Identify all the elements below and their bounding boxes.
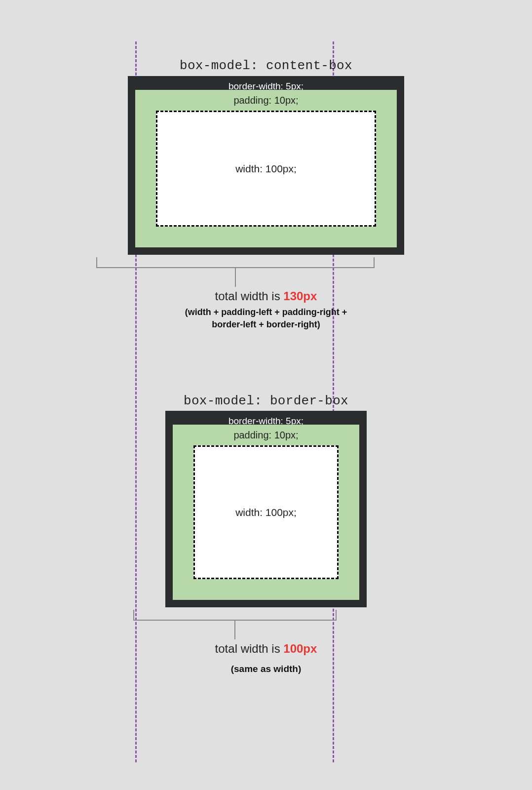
border-box-heading: box-model: border-box: [0, 394, 532, 408]
border-box-diagram: border-width: 5px; padding: 10px; width:…: [165, 411, 367, 607]
width-label: width: 100px;: [235, 163, 297, 175]
border-box-total-line: total width is 100px: [0, 642, 532, 656]
border-box-bracket: [133, 610, 337, 621]
content-box-total-line: total width is 130px: [0, 289, 532, 303]
padding-layer: padding: 10px; width: 100px;: [173, 425, 359, 600]
content-box-formula: (width + padding-left + padding-right + …: [0, 306, 532, 331]
padding-layer: padding: 10px; width: 100px;: [135, 90, 397, 247]
total-value: 100px: [283, 642, 317, 655]
border-box-caption: total width is 100px (same as width): [0, 642, 532, 676]
formula-line-2: border-left + border-right): [212, 319, 320, 329]
border-width-label: border-width: 5px;: [173, 417, 359, 425]
total-value: 130px: [283, 289, 317, 303]
total-prefix: total width is: [215, 642, 284, 655]
border-layer: border-width: 5px; padding: 10px; width:…: [128, 76, 404, 255]
content-layer: width: 100px;: [193, 445, 339, 579]
border-width-label: border-width: 5px;: [135, 82, 397, 90]
content-box-caption: total width is 130px (width + padding-le…: [0, 289, 532, 331]
content-box-heading: box-model: content-box: [0, 58, 532, 73]
content-box-bracket: [96, 257, 375, 268]
padding-label: padding: 10px;: [135, 95, 397, 106]
total-prefix: total width is: [215, 289, 284, 303]
formula-line-1: (width + padding-left + padding-right +: [185, 307, 347, 317]
border-layer: border-width: 5px; padding: 10px; width:…: [165, 411, 367, 607]
content-box-diagram: border-width: 5px; padding: 10px; width:…: [128, 76, 404, 255]
content-layer: width: 100px;: [156, 111, 376, 227]
padding-label: padding: 10px;: [173, 430, 359, 441]
width-label: width: 100px;: [235, 507, 297, 518]
border-box-note: (same as width): [0, 663, 532, 676]
